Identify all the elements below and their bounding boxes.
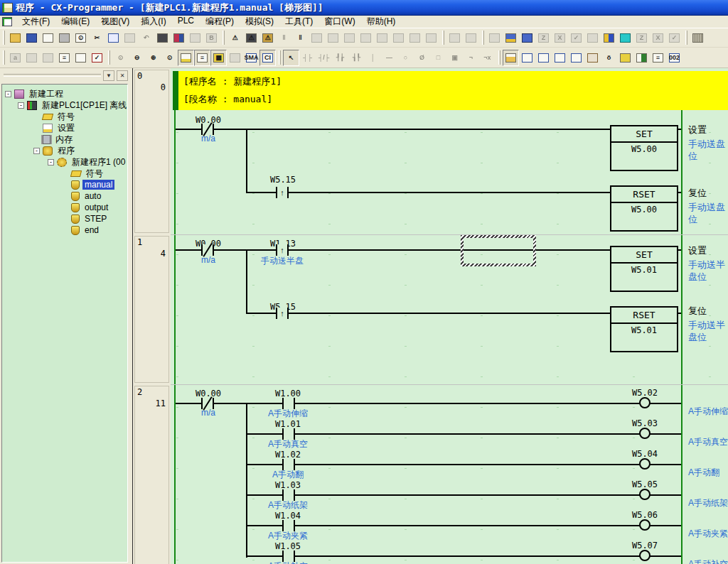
copy-button[interactable] xyxy=(105,30,122,46)
new-closed-contact-tool[interactable]: ┤/├ xyxy=(316,50,332,66)
print-report-button[interactable] xyxy=(40,30,56,46)
tree-item-section-step[interactable]: STEP xyxy=(2,213,127,224)
工具(T)[interactable]: 工具(T) xyxy=(279,15,318,28)
find-address-button[interactable]: B xyxy=(203,30,220,46)
online-edit-button[interactable] xyxy=(446,30,463,46)
window-cascade-button[interactable] xyxy=(486,30,503,46)
pause-button[interactable]: ‖ xyxy=(292,30,309,46)
compare-with-plc-button[interactable] xyxy=(341,30,358,46)
toolbar-grip[interactable] xyxy=(223,31,225,45)
output-coil[interactable] xyxy=(639,519,651,531)
tree-item-program1-symbols[interactable]: 符号 xyxy=(2,168,127,179)
rung-edit-button[interactable] xyxy=(23,50,40,66)
zoom-fit-button[interactable]: ⊙ xyxy=(112,50,129,66)
sma-view-button[interactable]: SMA xyxy=(243,50,259,66)
data-trace-button[interactable] xyxy=(503,30,519,46)
open-button[interactable] xyxy=(7,30,23,46)
invert-tool[interactable]: ¬ xyxy=(463,50,479,66)
io-table-button[interactable] xyxy=(519,30,535,46)
tree-expander[interactable]: - xyxy=(33,148,40,154)
帮助(H)[interactable]: 帮助(H) xyxy=(361,15,402,28)
check-flag-button[interactable] xyxy=(633,50,650,66)
pause-monitor-button[interactable]: ‖ xyxy=(276,30,292,46)
new-closed-coil-tool[interactable]: Ø xyxy=(414,50,430,66)
toolbar-grip[interactable] xyxy=(3,31,5,45)
toolbar-grip[interactable] xyxy=(108,50,110,65)
find-symbol-button[interactable] xyxy=(187,30,203,46)
new-instruction-nc-tool[interactable]: ▣ xyxy=(446,50,463,66)
delete-tool[interactable]: ¬x xyxy=(479,50,496,66)
rung-margin-1[interactable]: 1 4 xyxy=(134,236,169,383)
window-z-button[interactable]: Z xyxy=(535,30,552,46)
select-tool[interactable]: ↖ xyxy=(283,50,299,66)
workspace-dropdown-button[interactable]: ▼ xyxy=(103,70,114,81)
output-window-button[interactable] xyxy=(568,50,584,66)
up-contact-W5.15[interactable]: ↑ xyxy=(276,187,289,198)
find-button[interactable] xyxy=(154,30,171,46)
no-contact[interactable] xyxy=(282,398,295,409)
selection-cursor[interactable] xyxy=(461,235,536,266)
window-plain-button[interactable] xyxy=(584,30,601,46)
no-contact[interactable] xyxy=(282,520,295,531)
plc-memory-button[interactable]: 002 xyxy=(666,50,682,66)
toolbar-grip[interactable] xyxy=(685,31,687,45)
new-or-contact-tool[interactable]: ┦┟ xyxy=(332,50,348,66)
output-coil[interactable] xyxy=(639,458,651,470)
tree-item-symbols[interactable]: 符号 xyxy=(2,111,127,122)
show-comments-toggle[interactable] xyxy=(178,50,194,66)
rset-instruction[interactable]: RSET W5.01 xyxy=(610,306,678,352)
no-contact[interactable] xyxy=(282,459,295,470)
toolbar-grip[interactable] xyxy=(442,31,444,45)
check-program-button[interactable]: ✓ xyxy=(89,50,105,66)
select-color-button[interactable] xyxy=(617,50,633,66)
tree-item-section-manual[interactable]: manual xyxy=(2,179,127,190)
zoom-100-button[interactable]: ⊙ xyxy=(161,50,178,66)
vertical-line-tool[interactable]: │ xyxy=(365,50,381,66)
窗口(W)[interactable]: 窗口(W) xyxy=(318,15,360,28)
nc-contact-W0.00[interactable] xyxy=(201,398,214,409)
print-button[interactable] xyxy=(56,30,73,46)
tree-item-project[interactable]: - 新建工程 xyxy=(2,88,127,99)
no-contact[interactable] xyxy=(282,428,295,440)
tree-expander[interactable]: - xyxy=(48,159,54,166)
tree-expander[interactable]: - xyxy=(18,102,24,109)
tree-item-plc[interactable]: - 新建PLC1[CP1E] 离线 xyxy=(2,99,127,111)
tree-item-programs[interactable]: - 程序 xyxy=(2,145,127,156)
address-reference-tool-button[interactable]: ö xyxy=(601,50,617,66)
tree-item-section-end[interactable]: end xyxy=(2,224,127,236)
tree-item-section-auto[interactable]: auto xyxy=(2,190,127,202)
cross-reference-button[interactable] xyxy=(552,50,568,66)
undo-button[interactable]: ↶ xyxy=(138,30,154,46)
tree-item-memory[interactable]: 内存 xyxy=(2,134,127,145)
block-edit-button[interactable] xyxy=(40,50,56,66)
ladder-diagram[interactable]: [程序名 : 新建程序1] [段名称 : manual] W0.00 m/a W… xyxy=(171,68,728,564)
tree-item-settings[interactable]: 设置 xyxy=(2,122,127,134)
output-coil[interactable] xyxy=(639,428,651,439)
cut-button[interactable]: ✂ xyxy=(89,30,105,46)
diagram-tool-button[interactable] xyxy=(519,50,535,66)
symbol-tree-button[interactable] xyxy=(601,30,617,46)
monitor-mode-button[interactable] xyxy=(390,30,407,46)
new-or-closed-contact-tool[interactable]: ┧┞ xyxy=(348,50,365,66)
show-grid-toggle[interactable]: ▦ xyxy=(210,50,227,66)
keyboard-mapping-button[interactable] xyxy=(690,30,706,46)
编辑(E)[interactable]: 编辑(E) xyxy=(55,15,95,28)
section-list-button[interactable]: ≡ xyxy=(56,50,73,66)
output-coil[interactable] xyxy=(639,397,651,408)
program-check-button[interactable]: ⚠ xyxy=(259,30,276,46)
select-rung-button[interactable] xyxy=(73,50,89,66)
编程(P)[interactable]: 编程(P) xyxy=(200,15,240,28)
print-preview-button[interactable]: ⊙ xyxy=(73,30,89,46)
output-coil[interactable] xyxy=(639,489,651,500)
rset-instruction[interactable]: RSET W5.00 xyxy=(610,185,678,232)
run-mode-button[interactable] xyxy=(407,30,423,46)
zoom-in-button[interactable]: ⊕ xyxy=(145,50,161,66)
auto-online-button[interactable] xyxy=(374,30,390,46)
workspace-toggle-button[interactable] xyxy=(503,50,519,66)
workspace-grip[interactable] xyxy=(4,74,101,77)
up-contact-W5.15[interactable]: ↑ xyxy=(276,308,289,319)
tree-item-program1[interactable]: - 新建程序1 (00 xyxy=(2,156,127,168)
compile-button[interactable]: ⚠ xyxy=(227,30,243,46)
monitor-check-button[interactable]: ✓ xyxy=(666,30,682,46)
new-instruction-tool[interactable]: □ xyxy=(430,50,446,66)
